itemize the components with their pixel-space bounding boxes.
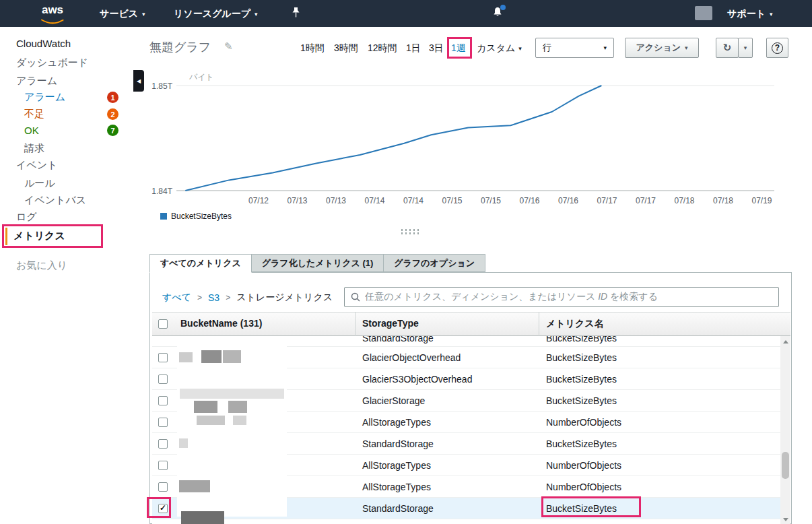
top-navbar: aws サービス ▾ リソースグループ ▾ — [0, 0, 812, 27]
search-icon — [351, 292, 360, 302]
sidebar-alarm-state-alarm[interactable]: アラーム 1 — [24, 91, 119, 104]
help-icon: ? — [772, 42, 783, 54]
tab-graphed-metrics[interactable]: グラフ化したメトリクス (1) — [251, 254, 384, 272]
metric-name-cell: BucketSizeBytes — [539, 395, 782, 406]
metrics-search-input[interactable]: 任意のメトリクス、ディメンション、またはリソース ID を検索する — [344, 287, 779, 307]
breadcrumb-s3[interactable]: S3 — [208, 292, 219, 303]
column-header-storagetype[interactable]: StorageType — [356, 312, 539, 336]
time-range-1h[interactable]: 1時間 — [300, 42, 325, 55]
nav-support-label: サポート — [727, 8, 766, 20]
storage-type-cell: AllStorageTypes — [356, 417, 539, 428]
x-tick-label: 07/14 — [358, 196, 392, 205]
y-tick-label: 1.84T — [144, 187, 172, 196]
redacted-text-block — [194, 401, 217, 413]
graph-title: 無題グラフ — [149, 39, 211, 55]
legend-series-label: BucketSizeBytes — [171, 211, 232, 221]
scrollbar-thumb[interactable] — [782, 452, 789, 479]
chart-legend[interactable]: BucketSizeBytes — [160, 211, 232, 221]
x-tick-label: 07/18 — [668, 196, 702, 205]
nav-services-label: サービス — [100, 8, 138, 20]
row-checkbox[interactable] — [158, 374, 168, 384]
time-range-12h[interactable]: 12時間 — [368, 42, 397, 55]
notifications-bell-icon[interactable] — [492, 6, 504, 21]
resize-drag-handle[interactable] — [400, 228, 420, 236]
sidebar-item-alarms[interactable]: アラーム — [16, 75, 57, 88]
redacted-text-block — [197, 416, 225, 425]
row-checkbox[interactable] — [158, 461, 168, 470]
row-checkbox[interactable] — [158, 504, 168, 513]
nav-support[interactable]: サポート ▾ — [727, 8, 773, 20]
row-checkbox[interactable] — [158, 396, 168, 405]
metric-name-cell: NumberOfObjects — [539, 482, 782, 492]
refresh-options-button[interactable]: ▾ — [738, 38, 753, 58]
sidebar: CloudWatch ダッシュボード アラーム アラーム 1 不足 2 OK 7… — [0, 0, 141, 524]
view-type-select[interactable]: 行 ▾ — [535, 38, 614, 58]
sidebar-item-metrics[interactable]: メトリクス — [13, 230, 65, 242]
metric-row[interactable] — [152, 519, 782, 524]
sidebar-item-billing[interactable]: 請求 — [24, 142, 44, 155]
aws-logo[interactable]: aws — [38, 5, 67, 28]
chevron-down-icon: ▾ — [603, 45, 607, 51]
metric-name-cell: BucketSizeBytes — [539, 336, 782, 347]
sidebar-item-favorites[interactable]: お気に入り — [16, 259, 67, 272]
storage-type-cell: StandardStorage — [356, 336, 539, 347]
alarm-count-badge: 7 — [107, 125, 119, 136]
sidebar-item-dashboards[interactable]: ダッシュボード — [16, 57, 88, 69]
sidebar-item-rules[interactable]: ルール — [24, 177, 55, 190]
time-range-custom[interactable]: カスタム ▾ — [477, 42, 522, 55]
chevron-down-icon: ▾ — [770, 11, 773, 18]
metric-name-cell: NumberOfObjects — [539, 417, 782, 428]
table-header: BucketName (131) StorageType メトリクス名 — [152, 312, 790, 336]
sidebar-item-event-bus[interactable]: イベントバス — [24, 194, 86, 207]
sidebar-cloudwatch[interactable]: CloudWatch — [16, 38, 71, 49]
time-range-3h[interactable]: 3時間 — [334, 42, 358, 55]
table-scrollbar[interactable] — [780, 336, 790, 524]
scroll-down-arrow[interactable] — [780, 514, 790, 524]
custom-range-label: カスタム — [477, 42, 515, 55]
nav-services[interactable]: サービス ▾ — [100, 8, 145, 20]
redacted-text-block — [181, 511, 224, 524]
time-range-1w[interactable]: 1週 — [451, 42, 466, 55]
x-tick-label: 07/19 — [745, 196, 779, 205]
pin-icon[interactable] — [292, 7, 300, 21]
nav-resource-groups[interactable]: リソースグループ ▾ — [174, 8, 258, 20]
time-range-1d[interactable]: 1日 — [406, 42, 421, 55]
redacted-bucket-names — [177, 340, 287, 517]
help-button[interactable]: ? — [766, 38, 788, 58]
metrics-tabs: すべてのメトリクス グラフ化したメトリクス (1) グラフのオプション — [149, 254, 485, 273]
tab-graph-options[interactable]: グラフのオプション — [383, 254, 485, 272]
row-checkbox[interactable] — [158, 482, 168, 492]
refresh-button[interactable]: ↻ — [716, 38, 739, 58]
metrics-browser-panel: すべて > S3 > ストレージメトリクス 任意のメトリクス、ディメンション、ま… — [149, 272, 792, 524]
scroll-up-arrow[interactable] — [780, 336, 790, 347]
breadcrumb-all[interactable]: すべて — [162, 292, 191, 304]
time-range-3d[interactable]: 3日 — [429, 42, 444, 55]
collapse-left-icon: ◀ — [137, 78, 141, 84]
alarm-state-label: 不足 — [24, 108, 44, 121]
actions-button[interactable]: アクション ▾ — [625, 38, 699, 58]
row-checkbox[interactable] — [158, 353, 168, 362]
edit-pencil-icon[interactable]: ✎ — [224, 40, 233, 53]
alarm-state-label: アラーム — [24, 91, 65, 104]
tab-all-metrics[interactable]: すべてのメトリクス — [149, 254, 252, 273]
x-tick-label: 07/12 — [242, 196, 275, 205]
sidebar-item-events[interactable]: イベント — [16, 159, 57, 172]
column-header-bucketname[interactable]: BucketName (131) — [174, 312, 356, 336]
sidebar-item-logs[interactable]: ログ — [16, 211, 37, 224]
sidebar-collapse-button[interactable]: ◀ — [133, 70, 144, 92]
breadcrumb-current: ストレージメトリクス — [236, 292, 333, 304]
account-name-redacted[interactable] — [695, 6, 712, 20]
chart-line-series — [185, 86, 601, 191]
select-all-checkbox[interactable] — [158, 319, 168, 329]
sidebar-alarm-state-insufficient[interactable]: 不足 2 — [24, 108, 119, 121]
x-tick-label: 07/18 — [706, 196, 740, 205]
redacted-text-block — [179, 352, 193, 362]
storage-type-cell: StandardStorage — [356, 503, 539, 514]
column-header-metricname[interactable]: メトリクス名 — [539, 312, 790, 336]
row-checkbox[interactable] — [158, 418, 168, 427]
row-checkbox[interactable] — [158, 439, 168, 449]
sidebar-alarm-state-ok[interactable]: OK 7 — [24, 125, 119, 136]
x-tick-label: 07/13 — [319, 196, 353, 205]
timeseries-chart[interactable] — [176, 79, 774, 194]
x-tick-label: 07/15 — [474, 196, 508, 205]
